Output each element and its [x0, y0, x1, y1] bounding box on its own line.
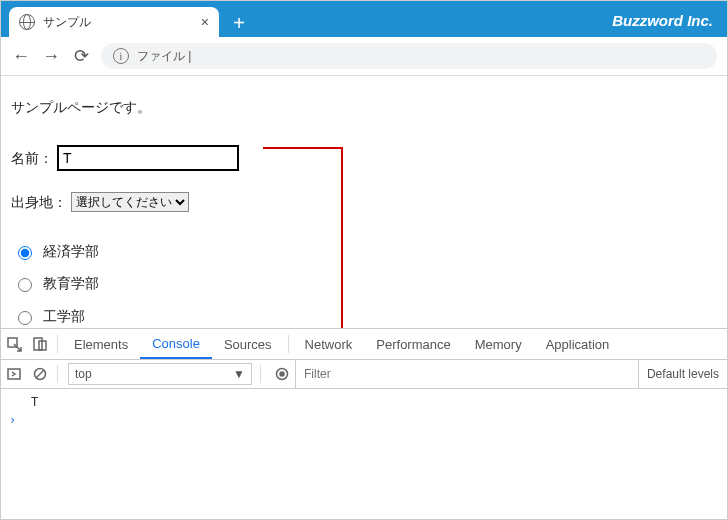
clear-console-icon[interactable]: [27, 359, 53, 389]
back-button[interactable]: ←: [11, 46, 31, 67]
browser-tab[interactable]: サンプル ×: [9, 7, 219, 37]
console-filter-input[interactable]: [295, 360, 638, 388]
tab-sources[interactable]: Sources: [212, 329, 284, 359]
info-icon: i: [113, 48, 129, 64]
tab-network[interactable]: Network: [293, 329, 365, 359]
tab-performance[interactable]: Performance: [364, 329, 462, 359]
devtools-tabs: Elements Console Sources Network Perform…: [1, 329, 727, 360]
console-prompt[interactable]: ›: [1, 411, 727, 429]
radio-economics[interactable]: [18, 246, 32, 260]
name-label: 名前：: [11, 145, 53, 172]
new-tab-button[interactable]: +: [225, 9, 253, 37]
forward-button[interactable]: →: [41, 46, 61, 67]
chevron-down-icon: ▼: [233, 367, 245, 381]
radio-row[interactable]: 工学部: [13, 303, 717, 330]
origin-label: 出身地：: [11, 189, 67, 216]
globe-icon: [19, 14, 35, 30]
radio-label: 教育学部: [43, 270, 99, 297]
tab-title: サンプル: [43, 14, 193, 31]
origin-select[interactable]: 選択してください: [71, 192, 189, 212]
console-controls: top▼ Default levels: [1, 360, 727, 389]
radio-label: 経済学部: [43, 238, 99, 265]
radio-label: 工学部: [43, 303, 85, 330]
live-expression-icon[interactable]: [269, 359, 295, 389]
radio-engineering[interactable]: [18, 311, 32, 325]
svg-rect-1: [34, 338, 42, 350]
context-select[interactable]: top▼: [68, 363, 252, 385]
svg-point-6: [280, 372, 284, 376]
console-body: T ›: [1, 389, 727, 519]
tab-application[interactable]: Application: [534, 329, 622, 359]
browser-toolbar: ← → ⟳ i ファイル |: [1, 37, 727, 76]
name-input[interactable]: [57, 145, 239, 171]
page-content: サンプルページです。 名前： 出身地： 選択してください 経済学部 教育学部 工…: [1, 76, 727, 354]
log-levels-select[interactable]: Default levels: [638, 360, 727, 388]
reload-button[interactable]: ⟳: [71, 45, 91, 67]
tab-memory[interactable]: Memory: [463, 329, 534, 359]
devtools-panel: Elements Console Sources Network Perform…: [1, 328, 727, 519]
url-bar[interactable]: i ファイル |: [101, 43, 717, 69]
inspect-icon[interactable]: [1, 329, 27, 359]
radio-row[interactable]: 経済学部: [13, 238, 717, 265]
tab-elements[interactable]: Elements: [62, 329, 140, 359]
intro-text: サンプルページです。: [11, 94, 717, 121]
device-toggle-icon[interactable]: [27, 329, 53, 359]
console-log-line: T: [1, 393, 727, 411]
tab-console[interactable]: Console: [140, 329, 212, 359]
browser-titlebar: サンプル × + Buzzword Inc.: [1, 1, 727, 37]
brand-text: Buzzword Inc.: [612, 12, 727, 37]
radio-education[interactable]: [18, 278, 32, 292]
console-sidebar-toggle-icon[interactable]: [1, 359, 27, 389]
url-text: ファイル |: [137, 48, 191, 65]
radio-row[interactable]: 教育学部: [13, 270, 717, 297]
close-icon[interactable]: ×: [201, 14, 209, 30]
